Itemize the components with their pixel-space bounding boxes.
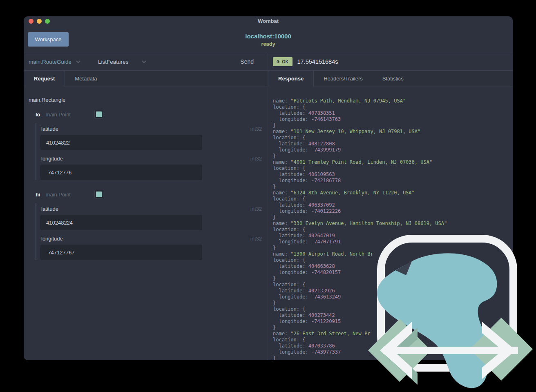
tab-headers-trailers[interactable]: Headers/Trailers [314, 71, 373, 87]
response-line: name: "6324 8th Avenue, Brooklyn, NY 112… [273, 190, 513, 196]
response-body: name: "Patriots Path, Mendham, NJ 07945,… [268, 87, 513, 360]
tab-response[interactable]: Response [268, 71, 314, 87]
method-select[interactable]: ListFeatures [98, 59, 147, 65]
field-label-row: longitudeint32 [40, 233, 263, 245]
field-label-row: latitudeint32 [40, 123, 263, 135]
response-line: latitude: 408122808 [273, 141, 513, 147]
response-key: name: [273, 98, 290, 104]
response-key: longitude: [273, 147, 311, 153]
titlebar: Wombat [24, 16, 513, 26]
send-button[interactable]: Send [240, 53, 254, 70]
response-line: } [273, 276, 513, 282]
response-number: 402133926 [308, 288, 335, 294]
field-label-row: longitudeint32 [40, 153, 263, 165]
response-line: } [273, 214, 513, 220]
response-key: latitude: [273, 110, 308, 116]
response-line: latitude: 406337092 [273, 202, 513, 208]
request-toolbar: main.RouteGuide ListFeatures Send [24, 53, 268, 70]
response-line: longitude: -743977337 [273, 349, 513, 355]
group-header: lomain.Point [36, 110, 263, 119]
response-string: "330 Evelyn Avenue, Hamilton Township, N… [290, 220, 447, 226]
response-line: } [273, 184, 513, 190]
response-number: 406109563 [308, 172, 335, 177]
response-key: name: [273, 251, 290, 257]
point-checkbox[interactable] [94, 110, 103, 119]
tab-statistics[interactable]: Statistics [373, 71, 413, 87]
group-body: latitudeint32longitudeint32 [36, 123, 263, 180]
response-key: name: [273, 220, 290, 226]
response-line: longitude: -746143763 [273, 116, 513, 122]
response-key: name: [273, 129, 290, 134]
request-tabbar: RequestMetadata [24, 71, 268, 87]
point-checkbox[interactable] [94, 190, 103, 199]
response-key: location: { [273, 257, 305, 263]
response-line: longitude: -741220915 [273, 318, 513, 325]
field-group-hi: himain.Pointlatitudeint32longitudeint32 [36, 190, 263, 260]
response-key: } [273, 276, 276, 281]
tabbar-filler [107, 71, 268, 87]
response-key: longitude: [273, 270, 311, 275]
response-key: longitude: [273, 178, 311, 183]
response-key: longitude: [273, 294, 311, 300]
response-key: location: { [273, 337, 305, 343]
response-line: } [273, 355, 513, 360]
response-line: latitude: 402133926 [273, 288, 513, 294]
response-key: location: { [273, 282, 305, 287]
chevron-down-icon [141, 60, 147, 64]
service-select[interactable]: main.RouteGuide [29, 59, 81, 65]
response-string: "101 New Jersey 10, Whippany, NJ 07981, … [290, 129, 420, 134]
response-key: } [273, 214, 276, 220]
checkbox-fill-icon [96, 192, 102, 197]
response-number: 407033786 [308, 343, 335, 349]
field-longitude: longitudeint32 [40, 233, 263, 260]
response-number: -743999179 [311, 147, 341, 153]
field-latitude: latitudeint32 [40, 123, 263, 150]
response-key: } [273, 184, 276, 189]
longitude-input[interactable] [40, 165, 202, 180]
response-key: } [273, 300, 276, 306]
response-key: name: [273, 331, 290, 336]
field-label: latitude [41, 126, 58, 132]
response-line: location: { [273, 282, 513, 288]
response-number: -741220915 [311, 318, 341, 324]
response-number: -743977337 [311, 349, 341, 355]
checkbox-fill-icon [96, 111, 102, 117]
response-line: latitude: 402647019 [273, 233, 513, 239]
group-type: main.Point [46, 192, 71, 198]
response-line: location: { [273, 227, 513, 233]
response-line: latitude: 404663628 [273, 263, 513, 270]
field-group-lo: lomain.Pointlatitudeint32longitudeint32 [36, 110, 263, 180]
response-key: } [273, 153, 276, 159]
response-number: 404663628 [308, 263, 335, 269]
response-line: name: "4001 Tremley Point Road, Linden, … [273, 159, 513, 165]
response-key: } [273, 122, 276, 128]
service-name: main.RouteGuide [29, 59, 71, 65]
message-type-label: main.Rectangle [29, 97, 263, 103]
response-key: name: [273, 159, 290, 165]
response-key: location: { [273, 135, 305, 140]
response-key: latitude: [273, 343, 308, 349]
tab-metadata[interactable]: Metadata [65, 71, 107, 87]
response-key: location: { [273, 104, 305, 110]
response-line: longitude: -743613249 [273, 294, 513, 300]
response-line: } [273, 300, 513, 306]
response-line: } [273, 153, 513, 159]
response-line: location: { [273, 257, 513, 263]
response-line: name: "330 Evelyn Avenue, Hamilton Towns… [273, 220, 513, 227]
response-number: -743613249 [311, 294, 341, 300]
response-number: -744820157 [311, 270, 341, 275]
latitude-input[interactable] [40, 135, 202, 150]
response-key: name: [273, 190, 290, 196]
field-label: longitude [41, 156, 63, 162]
latitude-input[interactable] [40, 215, 202, 230]
group-type: main.Point [46, 111, 71, 118]
response-key: latitude: [273, 141, 308, 147]
longitude-input[interactable] [40, 245, 202, 260]
response-line: location: { [273, 165, 513, 172]
field-label-row: latitudeint32 [40, 203, 263, 215]
request-form: main.Rectangle lomain.Pointlatitudeint32… [24, 87, 268, 360]
tabbar-filler [413, 71, 513, 87]
result-bar: 0: OK 17.554151684s [268, 53, 513, 70]
response-number: 406337092 [308, 202, 335, 208]
tab-request[interactable]: Request [24, 71, 65, 87]
